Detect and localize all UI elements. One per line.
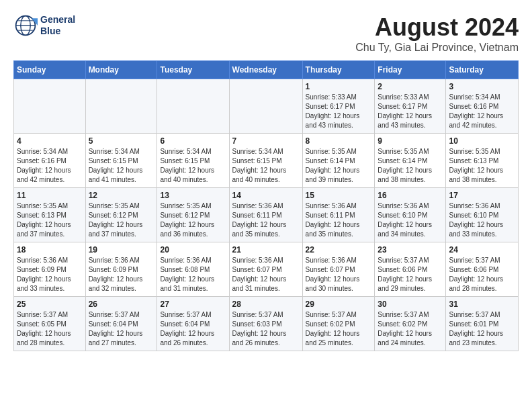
calendar-cell: 8Sunrise: 5:35 AM Sunset: 6:14 PM Daylig…: [302, 134, 375, 188]
day-number: 24: [449, 245, 515, 255]
calendar-cell: 13Sunrise: 5:35 AM Sunset: 6:12 PM Dayli…: [157, 188, 229, 242]
day-number: 29: [306, 300, 372, 309]
column-header-thursday: Thursday: [302, 61, 375, 79]
calendar-cell: 26Sunrise: 5:37 AM Sunset: 6:04 PM Dayli…: [85, 297, 157, 351]
calendar-cell: 27Sunrise: 5:37 AM Sunset: 6:04 PM Dayli…: [157, 297, 229, 351]
day-info: Sunrise: 5:37 AM Sunset: 6:02 PM Dayligh…: [378, 310, 443, 348]
day-info: Sunrise: 5:37 AM Sunset: 6:03 PM Dayligh…: [232, 310, 300, 348]
calendar-cell: 16Sunrise: 5:36 AM Sunset: 6:10 PM Dayli…: [375, 188, 446, 242]
calendar-cell: 9Sunrise: 5:35 AM Sunset: 6:14 PM Daylig…: [375, 134, 446, 188]
day-info: Sunrise: 5:36 AM Sunset: 6:10 PM Dayligh…: [449, 201, 515, 239]
calendar-cell: 31Sunrise: 5:37 AM Sunset: 6:01 PM Dayli…: [446, 297, 519, 351]
day-info: Sunrise: 5:36 AM Sunset: 6:10 PM Dayligh…: [378, 201, 443, 239]
day-number: 26: [89, 300, 154, 309]
calendar-cell: 6Sunrise: 5:34 AM Sunset: 6:15 PM Daylig…: [157, 134, 229, 188]
day-number: 28: [232, 300, 300, 309]
day-number: 13: [160, 191, 226, 200]
day-info: Sunrise: 5:36 AM Sunset: 6:09 PM Dayligh…: [89, 256, 154, 293]
day-info: Sunrise: 5:36 AM Sunset: 6:08 PM Dayligh…: [160, 256, 226, 293]
day-info: Sunrise: 5:37 AM Sunset: 6:02 PM Dayligh…: [306, 310, 372, 348]
calendar-table: SundayMondayTuesdayWednesdayThursdayFrid…: [13, 60, 519, 351]
calendar-cell: 11Sunrise: 5:35 AM Sunset: 6:13 PM Dayli…: [14, 188, 86, 242]
calendar-title: August 2024: [355, 13, 519, 42]
day-info: Sunrise: 5:37 AM Sunset: 6:04 PM Dayligh…: [160, 310, 226, 348]
day-number: 1: [306, 82, 372, 91]
day-number: 9: [378, 136, 443, 146]
day-info: Sunrise: 5:36 AM Sunset: 6:11 PM Dayligh…: [306, 201, 372, 239]
calendar-cell: [229, 79, 302, 134]
day-number: 3: [449, 82, 515, 91]
column-header-friday: Friday: [375, 61, 446, 79]
logo-line2: Blue: [40, 26, 75, 37]
calendar-header-row: SundayMondayTuesdayWednesdayThursdayFrid…: [14, 61, 519, 79]
column-header-saturday: Saturday: [446, 61, 519, 79]
calendar-cell: 25Sunrise: 5:37 AM Sunset: 6:05 PM Dayli…: [14, 297, 86, 351]
column-header-wednesday: Wednesday: [229, 61, 302, 79]
calendar-cell: [14, 79, 86, 134]
day-info: Sunrise: 5:34 AM Sunset: 6:16 PM Dayligh…: [449, 93, 515, 130]
calendar-week-4: 18Sunrise: 5:36 AM Sunset: 6:09 PM Dayli…: [14, 242, 519, 297]
day-info: Sunrise: 5:37 AM Sunset: 6:05 PM Dayligh…: [17, 310, 83, 348]
day-number: 16: [378, 191, 443, 200]
calendar-cell: 28Sunrise: 5:37 AM Sunset: 6:03 PM Dayli…: [229, 297, 302, 351]
calendar-cell: 14Sunrise: 5:36 AM Sunset: 6:11 PM Dayli…: [229, 188, 302, 242]
day-number: 20: [160, 245, 226, 255]
day-info: Sunrise: 5:34 AM Sunset: 6:15 PM Dayligh…: [160, 147, 226, 185]
day-info: Sunrise: 5:37 AM Sunset: 6:04 PM Dayligh…: [89, 310, 154, 348]
day-number: 21: [232, 245, 300, 255]
day-number: 4: [17, 136, 83, 146]
day-number: 27: [160, 300, 226, 309]
day-info: Sunrise: 5:37 AM Sunset: 6:06 PM Dayligh…: [449, 256, 515, 293]
day-number: 8: [306, 136, 372, 146]
calendar-cell: 30Sunrise: 5:37 AM Sunset: 6:02 PM Dayli…: [375, 297, 446, 351]
day-number: 5: [89, 136, 154, 146]
logo: General Blue: [13, 13, 75, 38]
day-number: 15: [306, 191, 372, 200]
day-number: 25: [17, 300, 83, 309]
calendar-cell: 22Sunrise: 5:36 AM Sunset: 6:07 PM Dayli…: [302, 242, 375, 297]
calendar-cell: 24Sunrise: 5:37 AM Sunset: 6:06 PM Dayli…: [446, 242, 519, 297]
day-info: Sunrise: 5:36 AM Sunset: 6:09 PM Dayligh…: [17, 256, 83, 293]
day-info: Sunrise: 5:36 AM Sunset: 6:07 PM Dayligh…: [232, 256, 300, 293]
day-number: 31: [449, 300, 515, 309]
calendar-subtitle: Chu Ty, Gia Lai Province, Vietnam: [355, 42, 519, 54]
calendar-cell: 17Sunrise: 5:36 AM Sunset: 6:10 PM Dayli…: [446, 188, 519, 242]
day-info: Sunrise: 5:35 AM Sunset: 6:13 PM Dayligh…: [17, 201, 83, 239]
day-info: Sunrise: 5:35 AM Sunset: 6:12 PM Dayligh…: [89, 201, 154, 239]
day-number: 6: [160, 136, 226, 146]
day-number: 11: [17, 191, 83, 200]
day-number: 10: [449, 136, 515, 146]
calendar-week-5: 25Sunrise: 5:37 AM Sunset: 6:05 PM Dayli…: [14, 297, 519, 351]
day-info: Sunrise: 5:36 AM Sunset: 6:11 PM Dayligh…: [232, 201, 300, 239]
logo-text: General Blue: [40, 14, 75, 37]
calendar-cell: 1Sunrise: 5:33 AM Sunset: 6:17 PM Daylig…: [302, 79, 375, 134]
day-info: Sunrise: 5:34 AM Sunset: 6:15 PM Dayligh…: [232, 147, 300, 185]
calendar-cell: [157, 79, 229, 134]
calendar-cell: 10Sunrise: 5:35 AM Sunset: 6:13 PM Dayli…: [446, 134, 519, 188]
day-number: 23: [378, 245, 443, 255]
calendar-cell: [85, 79, 157, 134]
day-number: 12: [89, 191, 154, 200]
calendar-cell: 29Sunrise: 5:37 AM Sunset: 6:02 PM Dayli…: [302, 297, 375, 351]
day-number: 30: [378, 300, 443, 309]
day-info: Sunrise: 5:33 AM Sunset: 6:17 PM Dayligh…: [378, 93, 443, 130]
column-header-monday: Monday: [85, 61, 157, 79]
day-info: Sunrise: 5:35 AM Sunset: 6:12 PM Dayligh…: [160, 201, 226, 239]
day-info: Sunrise: 5:36 AM Sunset: 6:07 PM Dayligh…: [306, 256, 372, 293]
calendar-week-1: 1Sunrise: 5:33 AM Sunset: 6:17 PM Daylig…: [14, 79, 519, 134]
calendar-cell: 12Sunrise: 5:35 AM Sunset: 6:12 PM Dayli…: [85, 188, 157, 242]
calendar-cell: 21Sunrise: 5:36 AM Sunset: 6:07 PM Dayli…: [229, 242, 302, 297]
day-info: Sunrise: 5:33 AM Sunset: 6:17 PM Dayligh…: [306, 93, 372, 130]
day-info: Sunrise: 5:35 AM Sunset: 6:14 PM Dayligh…: [306, 147, 372, 185]
logo-icon: [13, 13, 38, 38]
calendar-cell: 5Sunrise: 5:34 AM Sunset: 6:15 PM Daylig…: [85, 134, 157, 188]
day-number: 18: [17, 245, 83, 255]
day-info: Sunrise: 5:35 AM Sunset: 6:14 PM Dayligh…: [378, 147, 443, 185]
calendar-week-2: 4Sunrise: 5:34 AM Sunset: 6:16 PM Daylig…: [14, 134, 519, 188]
day-number: 17: [449, 191, 515, 200]
day-info: Sunrise: 5:37 AM Sunset: 6:01 PM Dayligh…: [449, 310, 515, 348]
calendar-cell: 23Sunrise: 5:37 AM Sunset: 6:06 PM Dayli…: [375, 242, 446, 297]
day-number: 2: [378, 82, 443, 91]
column-header-sunday: Sunday: [14, 61, 86, 79]
calendar-cell: 20Sunrise: 5:36 AM Sunset: 6:08 PM Dayli…: [157, 242, 229, 297]
